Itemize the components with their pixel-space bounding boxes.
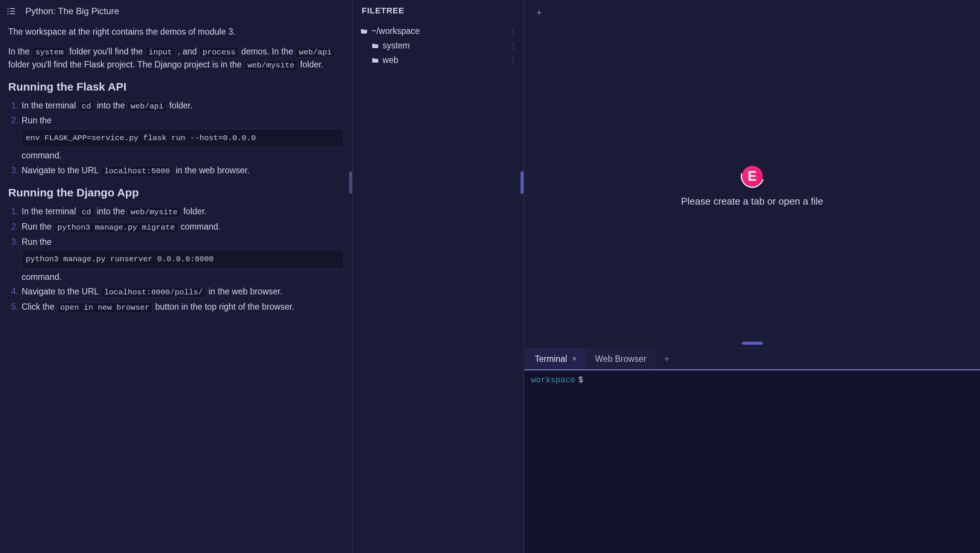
code-cd: cd — [78, 101, 94, 112]
list-item: Click the open in new browser button in … — [22, 300, 344, 314]
more-icon[interactable]: ⋮ — [510, 42, 516, 50]
django-heading: Running the Django App — [8, 186, 344, 199]
scrollbar-thumb[interactable] — [742, 342, 763, 345]
text: folder. — [167, 101, 192, 110]
code-open-browser: open in new browser — [57, 302, 153, 313]
instructions-header: Python: The Big Picture — [0, 0, 352, 22]
terminal-prompt-dir: workspace — [531, 376, 575, 385]
tree-label: web — [383, 55, 398, 65]
text: In the terminal — [22, 101, 78, 110]
text: demos. In the — [239, 46, 296, 56]
more-icon[interactable]: ⋮ — [510, 27, 516, 35]
text: Run the — [22, 116, 52, 125]
text: folder. — [298, 60, 323, 69]
text: In the terminal — [22, 207, 78, 216]
text: into the — [94, 207, 127, 216]
text: Navigate to the URL — [22, 165, 101, 175]
flask-steps: In the terminal cd into the web/api fold… — [8, 99, 344, 178]
empty-message: Please create a tab or open a file — [681, 195, 824, 207]
code-runserver: python3 manage.py runserver 0.0.0.0:8000 — [22, 250, 344, 269]
tab-label: Terminal — [535, 354, 567, 364]
text: in the web browser. — [173, 165, 250, 175]
tree-item-web[interactable]: web ⋮ — [356, 53, 520, 67]
list-item: Navigate to the URL localhost:5000 in th… — [22, 164, 344, 178]
tab-web-browser[interactable]: Web Browser — [586, 349, 655, 369]
code-localhost: localhost:5000 — [101, 166, 173, 176]
tree-label: ~/workspace — [372, 26, 420, 36]
code-input: input — [145, 47, 175, 58]
text: Run the — [22, 222, 54, 231]
filetree-title: FILETREE — [356, 6, 520, 16]
text: folder. — [181, 207, 207, 216]
list-item: Run the python3 manage.py runserver 0.0.… — [22, 235, 344, 284]
tab-label: Web Browser — [595, 354, 646, 364]
code-system: system — [32, 47, 67, 58]
text: , and — [175, 46, 199, 56]
list-item: In the terminal cd into the web/api fold… — [22, 99, 344, 113]
list-item: Navigate to the URL localhost:8000/polls… — [22, 285, 344, 299]
code-process: process — [199, 47, 239, 58]
code-path: web/api — [127, 101, 167, 112]
logo-badge: E — [742, 166, 763, 187]
text: into the — [94, 101, 127, 110]
list-item: Run the python3 manage.py migrate comman… — [22, 220, 344, 234]
folder-icon — [372, 57, 379, 64]
code-cd: cd — [78, 207, 94, 218]
text: folder you'll find the Flask project. Th… — [8, 60, 244, 69]
text: folder you'll find the — [67, 46, 145, 56]
terminal[interactable]: workspace$ — [524, 369, 980, 553]
list-item: In the terminal cd into the web/mysite f… — [22, 205, 344, 219]
more-icon[interactable]: ⋮ — [510, 56, 516, 65]
text: Navigate to the URL — [22, 286, 101, 296]
text: button in the top right of the browser. — [153, 302, 294, 311]
list-item: Run the env FLASK_APP=service.py flask r… — [22, 114, 344, 162]
intro-paragraph: The workspace at the right contains the … — [8, 25, 344, 38]
instructions-panel: Python: The Big Picture The workspace at… — [0, 0, 353, 553]
editor-panel: + E Please create a tab or open a file T… — [524, 0, 980, 553]
logo-letter: E — [748, 168, 757, 184]
tree-item-system[interactable]: system ⋮ — [356, 38, 520, 53]
folders-paragraph: In the system folder you'll find the inp… — [8, 45, 344, 72]
code-migrate: python3 manage.py migrate — [54, 222, 178, 233]
text: command. — [178, 222, 221, 231]
code-flask-run: env FLASK_APP=service.py flask run --hos… — [22, 129, 344, 148]
text: in the web browser. — [206, 286, 282, 296]
tab-terminal[interactable]: Terminal ✕ — [526, 349, 586, 369]
bottom-pane: Terminal ✕ Web Browser + workspace$ — [524, 348, 980, 553]
text: command. — [22, 272, 62, 282]
django-steps: In the terminal cd into the web/mysite f… — [8, 205, 344, 314]
text: command. — [22, 151, 62, 160]
text: Run the — [22, 237, 52, 247]
folder-icon — [372, 43, 379, 49]
editor-tabbar: + — [524, 0, 980, 25]
toc-icon[interactable] — [8, 8, 15, 14]
text: Click the — [22, 302, 57, 311]
text: In the — [8, 46, 32, 56]
instructions-body: The workspace at the right contains the … — [0, 22, 352, 330]
terminal-prompt-symbol: $ — [578, 376, 583, 385]
folder-open-icon — [360, 28, 368, 34]
code-webmysite: web/mysite — [244, 60, 298, 71]
code-path: web/mysite — [127, 207, 181, 218]
close-icon[interactable]: ✕ — [572, 355, 577, 363]
scrollbar-thumb[interactable] — [520, 172, 523, 194]
editor-empty-state: E Please create a tab or open a file — [524, 25, 980, 348]
new-tab-button[interactable]: + — [535, 7, 544, 18]
code-webapi: web/api — [296, 47, 335, 58]
bottom-tabs: Terminal ✕ Web Browser + — [524, 349, 980, 369]
filetree-panel: FILETREE ~/workspace ⋮ system ⋮ web ⋮ — [353, 0, 524, 553]
code-localhost-polls: localhost:8000/polls/ — [101, 287, 207, 298]
new-bottom-tab-button[interactable]: + — [655, 354, 679, 364]
flask-heading: Running the Flask API — [8, 81, 344, 93]
page-title: Python: The Big Picture — [25, 6, 119, 16]
scrollbar-thumb[interactable] — [349, 172, 352, 194]
tree-root[interactable]: ~/workspace ⋮ — [356, 24, 520, 38]
tree-label: system — [383, 41, 410, 51]
